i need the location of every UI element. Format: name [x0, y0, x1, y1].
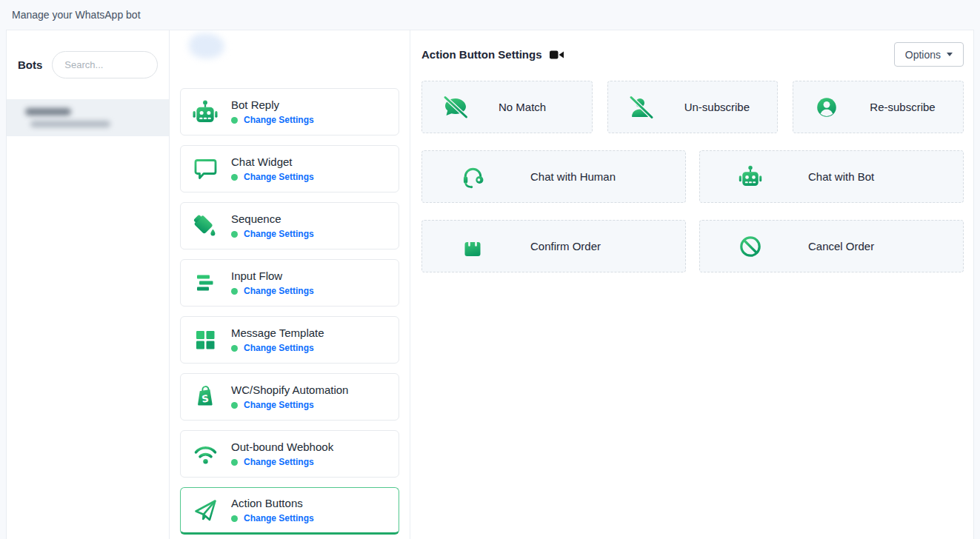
change-settings-link[interactable]: Change Settings	[244, 115, 314, 125]
comment-icon	[190, 157, 220, 181]
action-tiles-row-1: No Match Un-subscribe	[421, 81, 964, 133]
status-dot	[231, 402, 238, 409]
video-camera-icon[interactable]	[550, 50, 564, 59]
robot-icon	[737, 165, 764, 188]
user-slash-icon	[628, 96, 655, 119]
paper-plane-icon	[190, 498, 220, 523]
redacted-bot-name	[25, 108, 71, 116]
shopify-icon: S	[190, 384, 220, 409]
options-button-label: Options	[905, 49, 941, 61]
settings-card-input-flow[interactable]: Input Flow Change Settings	[180, 259, 399, 307]
fill-drip-icon	[190, 214, 220, 238]
robot-icon	[190, 100, 220, 124]
action-tile-confirm-order[interactable]: Confirm Order	[421, 220, 686, 272]
top-bar: Manage your WhatsApp bot	[0, 0, 980, 30]
settings-card-list: Bot Reply Change Settings Chat Widget	[170, 88, 410, 535]
action-tiles-row-3: Confirm Order Cancel Order	[421, 220, 964, 272]
card-title: Chat Widget	[231, 155, 314, 168]
panel-title: Action Button Settings	[421, 48, 541, 61]
action-tiles-row-2: Chat with Human Chat with Bot	[421, 150, 964, 203]
settings-card-action-buttons[interactable]: Action Buttons Change Settings	[180, 487, 399, 535]
card-title: Sequence	[231, 212, 314, 225]
change-settings-link[interactable]: Change Settings	[244, 172, 314, 182]
action-tile-re-subscribe[interactable]: Re-subscribe	[793, 81, 964, 133]
bots-sidebar: Bots	[7, 30, 170, 539]
status-dot	[231, 174, 238, 181]
user-circle-icon	[813, 96, 840, 119]
main-panel: Bots	[6, 30, 974, 539]
action-tile-chat-with-human[interactable]: Chat with Human	[421, 150, 686, 203]
status-dot	[231, 117, 238, 124]
blurred-avatar	[189, 33, 224, 58]
settings-card-bot-reply[interactable]: Bot Reply Change Settings	[180, 88, 399, 135]
settings-card-outbound-webhook[interactable]: Out-bound Webhook Change Settings	[180, 430, 399, 478]
settings-card-message-template[interactable]: Message Template Change Settings	[180, 316, 399, 364]
action-tile-un-subscribe[interactable]: Un-subscribe	[607, 81, 779, 133]
status-dot	[231, 288, 238, 295]
ban-icon	[737, 235, 764, 258]
action-button-settings-panel: Action Button Settings Options	[410, 30, 973, 539]
align-bars-icon	[190, 273, 220, 293]
change-settings-link[interactable]: Change Settings	[244, 229, 314, 239]
shopping-bag-icon	[459, 235, 486, 258]
status-dot	[231, 345, 238, 352]
tile-label: Cancel Order	[808, 240, 874, 252]
tile-label: No Match	[499, 101, 546, 113]
headset-icon	[459, 164, 486, 189]
change-settings-link[interactable]: Change Settings	[244, 400, 314, 410]
change-settings-link[interactable]: Change Settings	[244, 286, 314, 296]
sidebar-title: Bots	[18, 58, 42, 71]
status-dot	[231, 231, 238, 238]
card-title: Bot Reply	[231, 98, 314, 111]
redacted-bot-phone	[30, 121, 110, 127]
sidebar-header: Bots	[7, 30, 169, 99]
settings-card-chat-widget[interactable]: Chat Widget Change Settings	[180, 145, 399, 192]
options-button[interactable]: Options	[894, 42, 964, 67]
card-title: WC/Shopify Automation	[231, 384, 348, 396]
tile-label: Chat with Human	[530, 170, 616, 183]
settings-column: Bot Reply Change Settings Chat Widget	[170, 30, 410, 539]
change-settings-link[interactable]: Change Settings	[244, 343, 314, 353]
action-tile-no-match[interactable]: No Match	[421, 81, 593, 133]
search-input[interactable]	[52, 51, 158, 78]
caret-down-icon	[947, 53, 953, 56]
settings-card-wc-shopify[interactable]: S WC/Shopify Automation Change Settings	[180, 373, 399, 421]
action-tile-cancel-order[interactable]: Cancel Order	[699, 220, 964, 272]
change-settings-link[interactable]: Change Settings	[244, 513, 314, 523]
action-tile-chat-with-bot[interactable]: Chat with Bot	[699, 150, 964, 203]
card-title: Action Buttons	[231, 497, 314, 509]
comment-slash-icon	[442, 96, 469, 119]
change-settings-link[interactable]: Change Settings	[244, 457, 314, 467]
tile-label: Re-subscribe	[870, 101, 935, 113]
settings-card-sequence[interactable]: Sequence Change Settings	[180, 202, 399, 250]
tile-label: Chat with Bot	[808, 170, 874, 183]
panel-header: Action Button Settings Options	[410, 30, 973, 67]
wifi-icon	[190, 443, 220, 465]
card-title: Input Flow	[231, 270, 314, 282]
grid-icon	[190, 328, 220, 352]
card-title: Message Template	[231, 327, 324, 339]
bot-list-item-selected[interactable]	[7, 99, 169, 136]
status-dot	[231, 459, 238, 466]
tile-label: Confirm Order	[530, 240, 601, 252]
card-title: Out-bound Webhook	[231, 441, 333, 453]
status-dot	[231, 515, 238, 522]
tile-label: Un-subscribe	[684, 101, 750, 113]
page-title: Manage your WhatsApp bot	[12, 9, 141, 21]
